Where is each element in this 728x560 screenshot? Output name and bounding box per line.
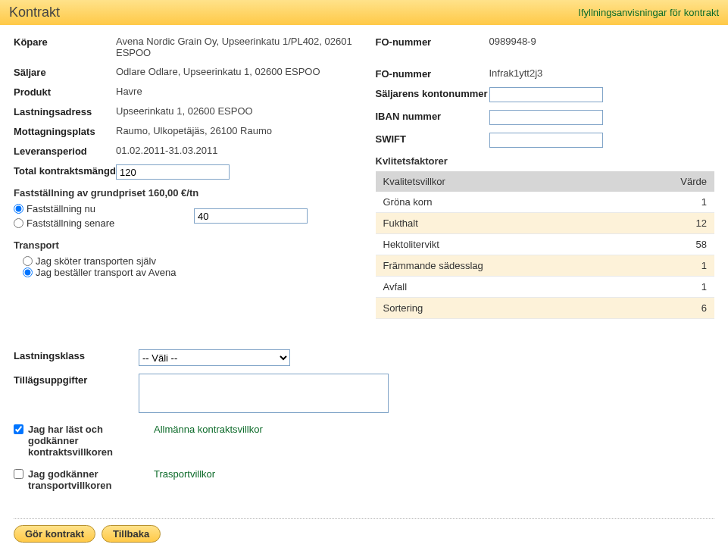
transport-self-label: Jag sköter transporten själv — [36, 255, 156, 267]
seller-value: Odlare Odlare, Upseerinkatu 1, 02600 ESP… — [116, 66, 353, 77]
agree-terms-checkbox[interactable] — [14, 424, 23, 434]
agree-transport-label: Jag godkänner transportvillkoren — [28, 468, 142, 491]
table-row: Avfall1 — [376, 277, 715, 298]
fo-buyer-value: 0989948-9 — [489, 36, 715, 47]
separator — [14, 518, 714, 519]
product-value: Havre — [116, 86, 353, 97]
extra-info-textarea[interactable] — [139, 374, 389, 413]
back-button[interactable]: Tillbaka — [102, 525, 161, 543]
price-later-label: Fastställning senare — [27, 217, 114, 229]
page-title: Kontrakt — [9, 5, 60, 20]
swift-label: SWIFT — [376, 133, 489, 145]
left-column: Köpare Avena Nordic Grain Oy, Upseerinka… — [14, 36, 353, 319]
fo-seller-value: Infrak1ytt2j3 — [489, 67, 715, 79]
quality-value: 1 — [625, 277, 714, 298]
quality-value: 58 — [625, 234, 714, 255]
quality-name: Sortering — [376, 298, 625, 319]
fo-seller-label: FO-nummer — [376, 67, 489, 80]
quality-name: Främmande sädesslag — [376, 255, 625, 277]
total-qty-input[interactable] — [116, 164, 230, 180]
quality-value: 1 — [625, 255, 714, 277]
quality-table: Kvalitetsvillkor Värde Gröna korn1 Fukth… — [376, 171, 715, 319]
buyer-label: Köpare — [14, 36, 116, 48]
transport-order-label: Jag beställer transport av Avena — [36, 267, 177, 278]
button-bar: Gör kontrakt Tillbaka — [0, 525, 728, 555]
transport-order-radio[interactable] — [23, 267, 33, 277]
agree-terms-label: Jag har läst och godkänner kontraktsvill… — [28, 424, 142, 458]
transport-terms-link[interactable]: Trasportvillkor — [154, 468, 215, 480]
quality-value: 6 — [625, 298, 714, 319]
transport-self-radio[interactable] — [23, 256, 33, 266]
loading-address-label: Lastningsadress — [14, 105, 116, 117]
delivery-period-value: 01.02.2011-31.03.2011 — [116, 145, 353, 156]
table-row: Fukthalt12 — [376, 213, 715, 234]
table-row: Gröna korn1 — [376, 192, 715, 213]
price-now-label: Fastställning nu — [27, 203, 95, 214]
quality-col-value: Värde — [625, 171, 714, 192]
swift-input[interactable] — [489, 133, 603, 148]
right-column: FO-nummer 0989948-9 FO-nummer Infrak1ytt… — [376, 36, 715, 319]
table-row: Hektolitervikt58 — [376, 234, 715, 255]
price-now-radio[interactable] — [14, 204, 23, 214]
price-section-title: Fastställning av grundpriset 160,00 €/tn — [14, 187, 353, 199]
table-row: Sortering6 — [376, 298, 715, 319]
seller-account-label: Säljarens kontonummer — [376, 87, 489, 99]
price-amount-input[interactable] — [194, 208, 308, 224]
receiving-place-value: Raumo, Ulkopetäjäs, 26100 Raumo — [116, 125, 353, 136]
price-later-radio[interactable] — [14, 218, 23, 228]
quality-name: Fukthalt — [376, 213, 625, 234]
instructions-link[interactable]: Ifyllningsanvisningar för kontrakt — [578, 7, 719, 18]
table-row: Främmande sädesslag1 — [376, 255, 715, 277]
quality-name: Avfall — [376, 277, 625, 298]
loading-class-select[interactable]: -- Väli -- — [139, 349, 290, 366]
quality-factors-title: Kvlitetsfaktorer — [376, 155, 715, 167]
extra-info-label: Tillägsuppgifter — [14, 374, 139, 386]
loading-class-label: Lastningsklass — [14, 349, 139, 361]
seller-label: Säljare — [14, 66, 116, 78]
page-header: Kontrakt Ifyllningsanvisningar för kontr… — [0, 0, 728, 25]
product-label: Produkt — [14, 86, 116, 98]
general-terms-link[interactable]: Allmänna kontraktsvillkor — [154, 424, 263, 435]
seller-account-input[interactable] — [489, 87, 603, 102]
iban-input[interactable] — [489, 110, 603, 125]
submit-button[interactable]: Gör kontrakt — [14, 525, 95, 543]
delivery-period-label: Leveransperiod — [14, 145, 116, 157]
fo-buyer-label: FO-nummer — [376, 36, 489, 48]
receiving-place-label: Mottagningsplats — [14, 125, 116, 137]
quality-value: 1 — [625, 192, 714, 213]
quality-name: Gröna korn — [376, 192, 625, 213]
total-qty-label: Total kontraktsmängd — [14, 164, 116, 177]
iban-label: IBAN nummer — [376, 110, 489, 122]
buyer-value: Avena Nordic Grain Oy, Upseerinkatu 1/PL… — [116, 36, 353, 58]
transport-title: Transport — [14, 239, 353, 251]
quality-name: Hektolitervikt — [376, 234, 625, 255]
quality-value: 12 — [625, 213, 714, 234]
loading-address-value: Upseerinkatu 1, 02600 ESPOO — [116, 105, 353, 117]
agree-transport-checkbox[interactable] — [14, 469, 23, 479]
quality-col-name: Kvalitetsvillkor — [376, 171, 625, 192]
